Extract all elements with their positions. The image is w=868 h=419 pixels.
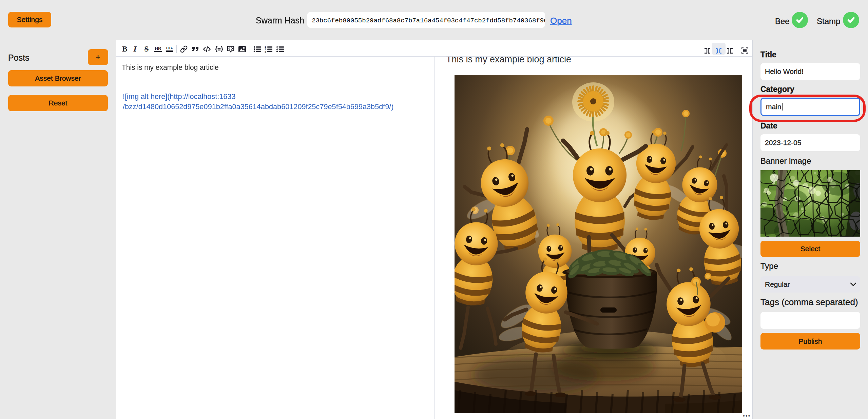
svg-text:3: 3 [265,50,266,53]
